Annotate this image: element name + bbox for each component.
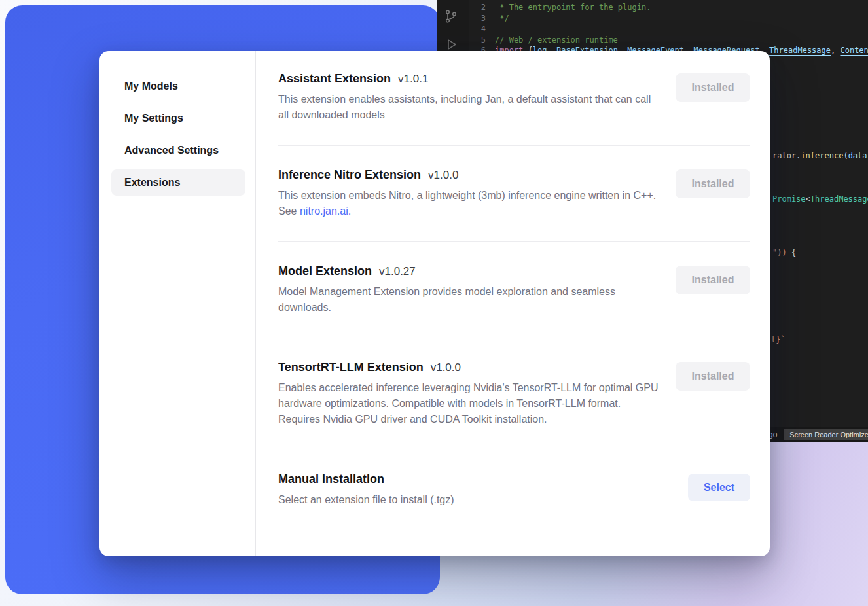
code-token: ContentType: [840, 46, 868, 55]
line-number: 5: [469, 35, 486, 46]
code-fragment: ")) {: [772, 247, 796, 258]
code-token: // Web / extension runtime: [495, 35, 618, 45]
extension-version: v1.0.1: [398, 73, 428, 86]
sidebar-item-my-models[interactable]: My Models: [111, 73, 245, 99]
extension-row: TensortRT-LLM Extensionv1.0.0Enables acc…: [278, 338, 750, 450]
extension-title-row: Model Extensionv1.0.27: [278, 264, 659, 278]
extension-info: Inference Nitro Extensionv1.0.0This exte…: [278, 168, 659, 219]
settings-modal: My ModelsMy SettingsAdvanced SettingsExt…: [99, 51, 770, 556]
installed-button[interactable]: Installed: [676, 266, 750, 294]
extension-title: Model Extension: [278, 264, 372, 278]
extension-description: This extension embeds Nitro, a lightweig…: [278, 188, 659, 219]
settings-nav: My ModelsMy SettingsAdvanced SettingsExt…: [99, 51, 256, 556]
extension-title-row: Manual Installation: [278, 472, 659, 486]
extension-title: TensortRT-LLM Extension: [278, 361, 424, 374]
code-token: ThreadMessage: [769, 46, 831, 55]
extension-row: Assistant Extensionv1.0.1This extension …: [278, 71, 750, 146]
code-line: 5// Web / extension runtime: [469, 35, 868, 46]
code-line: 3 */: [469, 13, 868, 24]
code-token: (: [843, 151, 848, 160]
extension-description: Enables accelerated inference leveraging…: [278, 380, 659, 427]
sidebar-item-label: Extensions: [124, 177, 180, 188]
extension-title-row: Assistant Extensionv1.0.1: [278, 72, 659, 86]
screen-reader-status-chip[interactable]: Screen Reader Optimize: [784, 429, 868, 440]
code-token: {: [787, 248, 796, 257]
code-token: ")): [772, 248, 787, 257]
extension-title: Inference Nitro Extension: [278, 168, 421, 182]
code-token: Promise: [772, 194, 806, 204]
code-token: data: [848, 151, 867, 160]
code-token: ,: [831, 46, 840, 55]
extension-info: TensortRT-LLM Extensionv1.0.0Enables acc…: [278, 361, 659, 427]
installed-button[interactable]: Installed: [676, 73, 750, 102]
code-token: <: [806, 194, 810, 204]
code-token: inference: [801, 151, 843, 160]
extensions-list: Assistant Extensionv1.0.1This extension …: [256, 51, 770, 556]
code-token: ThreadMessage: [810, 194, 868, 204]
code-line: 2 * The entrypoint for the plugin.: [469, 2, 868, 13]
installed-button[interactable]: Installed: [676, 362, 750, 391]
line-number: 3: [469, 13, 486, 24]
code-token: t}`: [771, 335, 786, 344]
extension-info: Manual InstallationSelect an extension f…: [278, 472, 659, 508]
nitro-link[interactable]: nitro.jan.ai.: [300, 205, 351, 217]
code-token: */: [495, 14, 509, 23]
extension-row: Model Extensionv1.0.27Model Management E…: [278, 242, 750, 338]
extension-info: Assistant Extensionv1.0.1This extension …: [278, 72, 659, 123]
installed-button[interactable]: Installed: [676, 169, 750, 198]
sidebar-item-extensions[interactable]: Extensions: [111, 169, 245, 196]
line-number: 2: [469, 2, 486, 13]
line-number: 4: [469, 24, 486, 35]
status-text: go: [769, 430, 777, 439]
sidebar-item-my-settings[interactable]: My Settings: [111, 105, 245, 132]
sidebar-item-label: My Models: [124, 80, 178, 92]
select-button[interactable]: Select: [688, 474, 750, 501]
extension-row: Manual InstallationSelect an extension f…: [278, 450, 750, 530]
extension-info: Model Extensionv1.0.27Model Management E…: [278, 264, 659, 315]
extension-title: Manual Installation: [278, 472, 384, 486]
desktop-scene: 2 * The entrypoint for the plugin.3 */45…: [0, 0, 868, 606]
extension-row: Inference Nitro Extensionv1.0.0This exte…: [278, 146, 750, 242]
extension-description: This extension enables assistants, inclu…: [278, 92, 659, 123]
extension-title-row: Inference Nitro Extensionv1.0.0: [278, 168, 659, 182]
source-control-icon[interactable]: [443, 9, 459, 24]
extension-title: Assistant Extension: [278, 72, 391, 86]
extension-description: Model Management Extension provides mode…: [278, 284, 659, 315]
code-fragment: t}`: [771, 334, 786, 345]
code-fragment: Promise<ThreadMessage>: [772, 194, 868, 204]
code-token: rator.: [772, 151, 801, 160]
extension-version: v1.0.27: [379, 265, 416, 278]
extension-version: v1.0.0: [431, 361, 461, 374]
sidebar-item-label: My Settings: [124, 113, 183, 124]
code-token: * The entrypoint for the plugin.: [495, 3, 651, 12]
run-debug-icon[interactable]: [443, 37, 459, 52]
code-line: 4: [469, 24, 868, 35]
sidebar-item-label: Advanced Settings: [124, 145, 219, 156]
extension-version: v1.0.0: [428, 169, 458, 182]
extension-title-row: TensortRT-LLM Extensionv1.0.0: [278, 361, 659, 374]
sidebar-item-advanced-settings[interactable]: Advanced Settings: [111, 137, 245, 164]
extension-description: Select an extension file to install (.tg…: [278, 492, 659, 508]
code-fragment: rator.inference(data));: [772, 151, 868, 161]
